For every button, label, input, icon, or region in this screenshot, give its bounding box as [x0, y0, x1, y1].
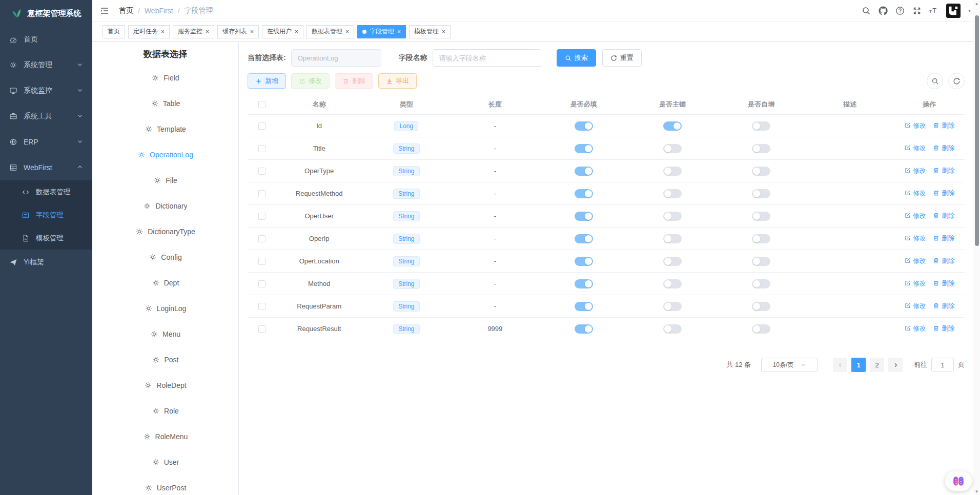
- primary-key-toggle[interactable]: [663, 279, 682, 288]
- edit-row-link[interactable]: 修改: [904, 234, 926, 243]
- required-toggle[interactable]: [575, 257, 593, 266]
- edit-row-link[interactable]: 修改: [904, 144, 926, 153]
- avatar-caret-icon[interactable]: ▾: [968, 8, 971, 13]
- sidebar-item-Yi框架[interactable]: Yi框架: [0, 250, 92, 275]
- scrollbar-thumb[interactable]: [975, 15, 979, 246]
- sidebar-item-系统工具[interactable]: 系统工具: [0, 104, 92, 129]
- edit-row-link[interactable]: 修改: [904, 167, 926, 175]
- goto-page-input[interactable]: [931, 358, 954, 372]
- tab-定时任务[interactable]: 定时任务×: [128, 25, 170, 38]
- page-button-2[interactable]: 2: [870, 358, 884, 372]
- tree-item-File[interactable]: File: [92, 168, 238, 193]
- tab-在线用户[interactable]: 在线用户×: [262, 25, 303, 38]
- tree-item-UserPost[interactable]: UserPost: [92, 475, 238, 495]
- sidebar-item-数据表管理[interactable]: 数据表管理: [0, 180, 92, 203]
- tree-item-LoginLog[interactable]: LoginLog: [92, 296, 238, 321]
- tab-close-icon[interactable]: ×: [397, 29, 401, 35]
- tree-item-RoleDept[interactable]: RoleDept: [92, 373, 238, 398]
- auto-increment-toggle[interactable]: [752, 279, 770, 288]
- row-checkbox[interactable]: [258, 213, 266, 220]
- edit-row-link[interactable]: 修改: [904, 212, 926, 220]
- tree-item-OperationLog[interactable]: OperationLog: [92, 142, 238, 168]
- tab-close-icon[interactable]: ×: [295, 29, 298, 35]
- row-checkbox[interactable]: [258, 280, 266, 287]
- tab-close-icon[interactable]: ×: [250, 29, 254, 35]
- required-toggle[interactable]: [575, 121, 593, 131]
- edit-button[interactable]: 修改: [291, 73, 330, 89]
- fullscreen-icon[interactable]: [912, 6, 922, 15]
- font-size-icon[interactable]: TT: [929, 6, 938, 15]
- required-toggle[interactable]: [575, 302, 593, 311]
- delete-row-link[interactable]: 删除: [933, 257, 954, 265]
- required-toggle[interactable]: [575, 212, 593, 221]
- tab-字段管理[interactable]: 字段管理×: [357, 25, 406, 38]
- edit-row-link[interactable]: 修改: [904, 302, 926, 311]
- delete-row-link[interactable]: 删除: [933, 234, 954, 243]
- scroll-down-icon[interactable]: ▼: [973, 488, 980, 495]
- sidebar-item-字段管理[interactable]: 字段管理: [0, 203, 92, 226]
- tree-item-Post[interactable]: Post: [92, 347, 238, 373]
- auto-increment-toggle[interactable]: [752, 234, 770, 243]
- primary-key-toggle[interactable]: [663, 212, 682, 221]
- required-toggle[interactable]: [575, 324, 593, 334]
- next-page-button[interactable]: [888, 358, 903, 372]
- primary-key-toggle[interactable]: [663, 167, 682, 176]
- primary-key-toggle[interactable]: [663, 121, 682, 131]
- vertical-scrollbar[interactable]: ▲ ▼: [973, 0, 980, 495]
- tree-item-Field[interactable]: Field: [92, 65, 238, 91]
- field-name-input[interactable]: [433, 49, 541, 67]
- tab-close-icon[interactable]: ×: [161, 29, 165, 35]
- sidebar-item-WebFirst[interactable]: WebFirst: [0, 155, 92, 180]
- delete-row-link[interactable]: 删除: [933, 302, 954, 311]
- row-checkbox[interactable]: [258, 145, 266, 152]
- tree-item-Table[interactable]: Table: [92, 91, 238, 116]
- tab-首页[interactable]: 首页: [103, 25, 125, 38]
- search-icon[interactable]: [862, 6, 871, 15]
- auto-increment-toggle[interactable]: [752, 121, 770, 131]
- primary-key-toggle[interactable]: [663, 257, 682, 266]
- tree-item-Config[interactable]: Config: [92, 244, 238, 270]
- edit-row-link[interactable]: 修改: [904, 279, 926, 288]
- reset-button[interactable]: 重置: [602, 49, 642, 67]
- delete-row-link[interactable]: 删除: [933, 167, 954, 175]
- tab-close-icon[interactable]: ×: [345, 29, 349, 35]
- refresh-icon[interactable]: [948, 73, 965, 89]
- primary-key-toggle[interactable]: [663, 189, 682, 198]
- scroll-up-icon[interactable]: ▲: [973, 0, 980, 7]
- row-checkbox[interactable]: [258, 235, 266, 242]
- delete-row-link[interactable]: 删除: [933, 144, 954, 153]
- primary-key-toggle[interactable]: [663, 234, 682, 243]
- tree-item-Menu[interactable]: Menu: [92, 321, 238, 347]
- export-button[interactable]: 导出: [378, 73, 417, 89]
- edit-row-link[interactable]: 修改: [904, 324, 926, 333]
- tab-close-icon[interactable]: ×: [206, 29, 209, 35]
- required-toggle[interactable]: [575, 167, 593, 176]
- auto-increment-toggle[interactable]: [752, 257, 770, 266]
- required-toggle[interactable]: [575, 234, 593, 243]
- sidebar-item-模板管理[interactable]: 模板管理: [0, 226, 92, 250]
- tree-item-Dept[interactable]: Dept: [92, 270, 238, 296]
- edit-row-link[interactable]: 修改: [904, 121, 926, 130]
- auto-increment-toggle[interactable]: [752, 212, 770, 221]
- delete-row-link[interactable]: 删除: [933, 212, 954, 220]
- row-checkbox[interactable]: [258, 168, 266, 175]
- row-checkbox[interactable]: [258, 258, 266, 265]
- auto-increment-toggle[interactable]: [752, 324, 770, 334]
- required-toggle[interactable]: [575, 279, 593, 288]
- delete-button[interactable]: 删除: [335, 73, 373, 89]
- row-checkbox[interactable]: [258, 325, 266, 333]
- page-button-1[interactable]: 1: [851, 358, 866, 372]
- row-checkbox[interactable]: [258, 122, 266, 130]
- tab-服务监控[interactable]: 服务监控×: [173, 25, 214, 38]
- search-button[interactable]: 搜索: [557, 49, 596, 67]
- help-icon[interactable]: [895, 6, 905, 15]
- edit-row-link[interactable]: 修改: [904, 189, 926, 198]
- tree-item-RoleMenu[interactable]: RoleMenu: [92, 424, 238, 449]
- add-button[interactable]: 新增: [248, 73, 286, 89]
- select-all-checkbox[interactable]: [258, 101, 266, 108]
- delete-row-link[interactable]: 删除: [933, 189, 954, 198]
- row-checkbox[interactable]: [258, 303, 266, 310]
- sidebar-item-首页[interactable]: 首页: [0, 27, 92, 52]
- row-checkbox[interactable]: [258, 190, 266, 197]
- sidebar-item-系统监控[interactable]: 系统监控: [0, 78, 92, 104]
